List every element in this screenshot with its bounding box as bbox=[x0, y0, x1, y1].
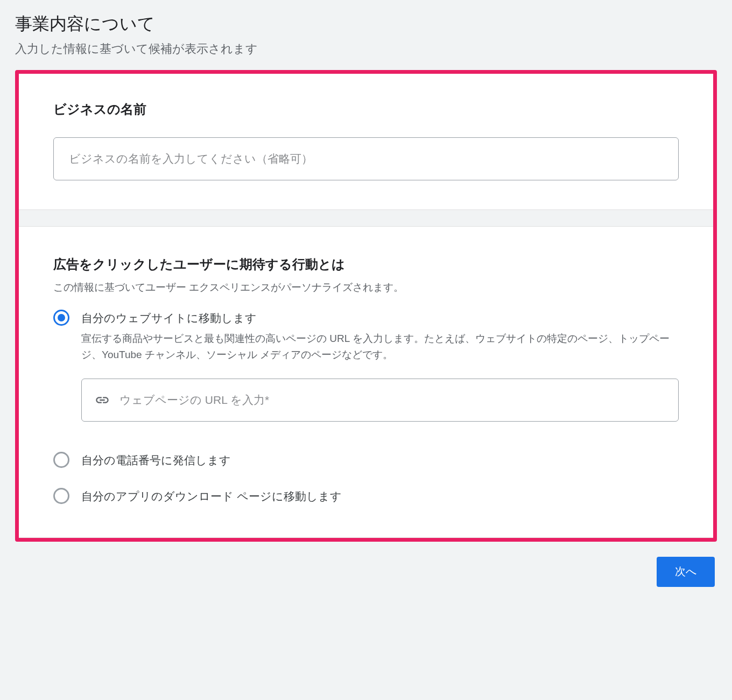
card-gap bbox=[19, 210, 713, 226]
radio-button-phone[interactable] bbox=[53, 452, 69, 468]
radio-button-website[interactable] bbox=[53, 310, 69, 326]
business-name-input[interactable] bbox=[53, 137, 679, 180]
page-title: 事業内容について bbox=[15, 13, 717, 36]
radio-label-app: 自分のアプリのダウンロード ページに移動します bbox=[81, 488, 679, 505]
user-action-subheading: この情報に基づいてユーザー エクスペリエンスがパーソナライズされます。 bbox=[53, 281, 679, 295]
highlighted-panel: ビジネスの名前 広告をクリックしたユーザーに期待する行動とは この情報に基づいて… bbox=[15, 70, 717, 542]
radio-label-phone: 自分の電話番号に発信します bbox=[81, 452, 679, 469]
radio-label-website: 自分のウェブサイトに移動します bbox=[81, 310, 679, 327]
radio-option-phone[interactable]: 自分の電話番号に発信します bbox=[53, 452, 679, 469]
radio-option-app[interactable]: 自分のアプリのダウンロード ページに移動します bbox=[53, 488, 679, 505]
user-action-card: 広告をクリックしたユーザーに期待する行動とは この情報に基づいてユーザー エクス… bbox=[19, 226, 713, 538]
business-name-heading: ビジネスの名前 bbox=[53, 101, 679, 118]
radio-option-website[interactable]: 自分のウェブサイトに移動します 宣伝する商品やサービスと最も関連性の高いページの… bbox=[53, 310, 679, 422]
footer: 次へ bbox=[15, 542, 717, 587]
business-name-card: ビジネスの名前 bbox=[19, 74, 713, 210]
next-button[interactable]: 次へ bbox=[657, 557, 715, 587]
radio-description-website: 宣伝する商品やサービスと最も関連性の高いページの URL を入力します。たとえば… bbox=[81, 331, 679, 363]
url-field-container[interactable] bbox=[81, 379, 679, 422]
radio-button-app[interactable] bbox=[53, 488, 69, 504]
page-subtitle: 入力した情報に基づいて候補が表示されます bbox=[15, 41, 717, 57]
link-icon bbox=[95, 393, 110, 408]
user-action-heading: 広告をクリックしたユーザーに期待する行動とは bbox=[53, 256, 679, 273]
url-input[interactable] bbox=[119, 394, 665, 407]
